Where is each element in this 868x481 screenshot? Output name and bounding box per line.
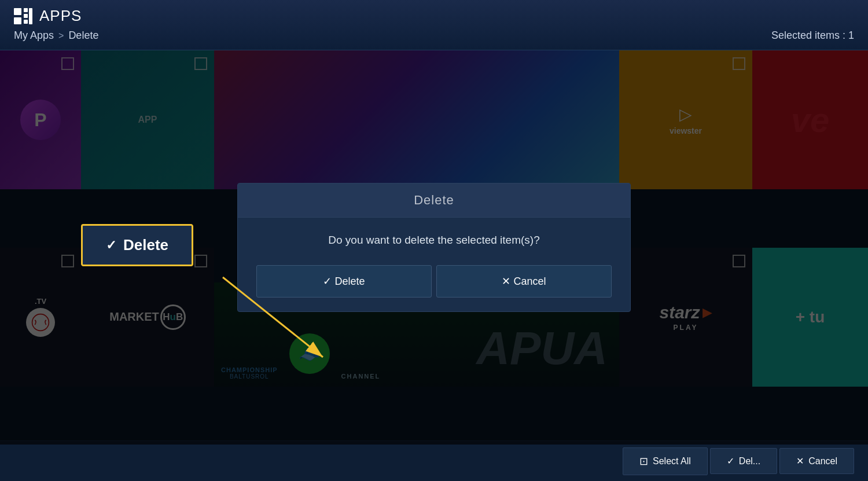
apps-icon [14,8,32,24]
selected-items-count: Selected items : 1 [771,30,854,42]
dialog-buttons: ✓ Delete ✕ Cancel [256,265,612,298]
callout-check-icon: ✓ [106,238,116,253]
header-title-row: APPS [14,7,854,25]
cancel-toolbar-label: Cancel [808,456,837,467]
delete-check-icon: ✓ [727,456,734,467]
svg-rect-3 [24,14,28,18]
svg-rect-5 [29,8,32,24]
svg-rect-2 [24,8,28,12]
cancel-toolbar-button[interactable]: ✕ Cancel [779,448,854,474]
delete-dialog: Delete Do you want to delete the selecte… [237,183,631,312]
dialog-title-bar: Delete [238,183,630,218]
dialog-delete-button[interactable]: ✓ Delete [256,265,432,298]
breadcrumb-current: Delete [68,30,98,42]
dialog-cancel-button[interactable]: ✕ Cancel [436,265,612,298]
cancel-x-icon: ✕ [796,456,804,467]
dialog-title: Delete [414,193,454,207]
svg-rect-0 [14,8,21,15]
bottom-toolbar: ⊡ Select All ✓ Del... ✕ Cancel [0,440,868,481]
delete-toolbar-label: Del... [739,456,760,467]
callout-button-label: Delete [123,236,168,254]
svg-rect-4 [24,20,28,24]
select-all-label: Select All [653,456,691,467]
page-title: APPS [39,7,82,25]
breadcrumb: My Apps > Delete [14,30,98,42]
main-content: P APP ▷ viewster [0,50,868,445]
svg-rect-1 [14,17,21,24]
select-all-button[interactable]: ⊡ Select All [623,447,708,475]
delete-toolbar-button[interactable]: ✓ Del... [710,448,777,474]
breadcrumb-separator: > [58,31,64,41]
header: APPS My Apps > Delete Selected items : 1 [0,0,868,50]
breadcrumb-my-apps[interactable]: My Apps [14,30,54,42]
dialog-question: Do you want to delete the selected item(… [256,234,612,247]
callout-delete-button[interactable]: ✓ Delete [81,224,193,266]
select-all-icon: ⊡ [639,455,648,468]
dialog-body: Do you want to delete the selected item(… [238,218,630,311]
breadcrumb-row: My Apps > Delete Selected items : 1 [14,30,854,42]
